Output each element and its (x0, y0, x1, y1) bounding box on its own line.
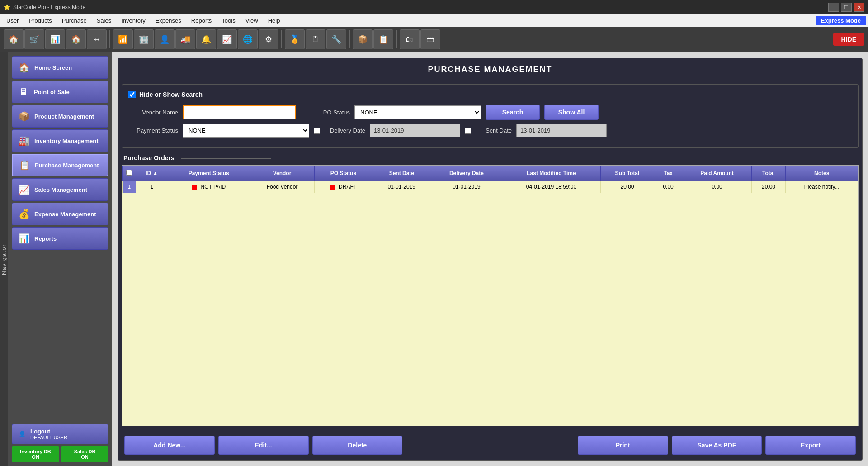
select-all-checkbox[interactable] (126, 170, 132, 176)
db-status: Inventory DB ON Sales DB ON (12, 446, 108, 462)
col-paid-amount[interactable]: Paid Amount (683, 166, 751, 181)
save-as-pdf-button[interactable]: Save As PDF (672, 436, 762, 455)
toolbar-folder1[interactable]: 🗂 (400, 29, 420, 49)
col-sub-total[interactable]: Sub Total (601, 166, 654, 181)
logout-info: Logout DEFAULT USER (30, 428, 67, 440)
toolbar-wrench[interactable]: 🔧 (326, 29, 346, 49)
title-bar-controls[interactable]: — ☐ ✕ (828, 3, 864, 12)
menu-user[interactable]: User (2, 16, 23, 25)
menu-expenses[interactable]: Expenses (151, 16, 186, 25)
sent-date-input[interactable] (516, 124, 607, 137)
home-screen-icon: 🏠 (19, 62, 30, 73)
search-row2: Payment Status NONE PAID NOT PAID PARTIA… (128, 124, 852, 138)
inventory-db-badge[interactable]: Inventory DB ON (12, 446, 59, 462)
row-po-status: DRAFT (315, 181, 372, 193)
export-button[interactable]: Export (765, 436, 856, 455)
menu-view[interactable]: View (241, 16, 263, 25)
panel-title: PURCHASE MANAGEMENT (118, 58, 862, 81)
toolbar-cart[interactable]: 🛒 (24, 29, 44, 49)
menu-sales[interactable]: Sales (92, 16, 116, 25)
search-toggle-checkbox[interactable] (128, 91, 136, 98)
menu-help[interactable]: Help (264, 16, 285, 25)
toolbar-grid[interactable]: 📊 (45, 29, 65, 49)
table-header-row: ID ▲ Payment Status Vendor PO Status Sen… (123, 166, 858, 181)
minimize-button[interactable]: — (828, 3, 839, 12)
sidebar-item-reports[interactable]: 📊 Reports (12, 227, 108, 250)
bottom-bar: Add New... Edit... Delete Print Save As … (118, 430, 862, 460)
toolbar-globe[interactable]: 🌐 (238, 29, 258, 49)
logout-button[interactable]: 👤 Logout DEFAULT USER (12, 424, 108, 444)
sent-date-checkbox[interactable] (465, 128, 471, 134)
toolbar-chart[interactable]: 📶 (113, 29, 133, 49)
sidebar-item-purchase-management[interactable]: 📋 Purchase Management (12, 154, 108, 176)
add-new-button[interactable]: Add New... (124, 436, 215, 455)
sidebar-item-label: Reports (34, 235, 57, 242)
menu-tools[interactable]: Tools (217, 16, 240, 25)
vendor-name-input[interactable] (183, 105, 296, 119)
app-title: StarCode Pro - Express Mode (13, 4, 85, 10)
toolbar-truck[interactable]: 🚚 (175, 29, 195, 49)
row-sub-total: 20.00 (601, 181, 654, 193)
vendor-name-label: Vendor Name (128, 109, 178, 116)
toolbar-gear[interactable]: ⚙ (259, 29, 278, 49)
col-payment-status[interactable]: Payment Status (168, 166, 250, 181)
toolbar-box[interactable]: 📦 (353, 29, 373, 49)
sidebar-item-sales-management[interactable]: 📈 Sales Management (12, 178, 108, 201)
col-delivery-date[interactable]: Delivery Date (431, 166, 502, 181)
print-button[interactable]: Print (578, 436, 668, 455)
toolbar-sep2 (281, 30, 282, 48)
toolbar: 🏠 🛒 📊 🏠 ↔ 📶 🏢 👤 🚚 🔔 📈 🌐 ⚙ 🏅 🗒 🔧 📦 📋 🗂 🗃 … (0, 27, 868, 52)
toolbar-medal[interactable]: 🏅 (285, 29, 305, 49)
toolbar-user[interactable]: 👤 (155, 29, 175, 49)
col-vendor[interactable]: Vendor (250, 166, 315, 181)
toolbar-bell[interactable]: 🔔 (196, 29, 216, 49)
sidebar-item-product-management[interactable]: 📦 Product Management (12, 105, 108, 128)
search-header-line (210, 95, 852, 95)
sidebar-item-home-screen[interactable]: 🏠 Home Screen (12, 56, 108, 79)
po-status-select[interactable]: NONE DRAFT SENT RECEIVED CANCELLED (354, 105, 481, 119)
sidebar-item-point-of-sale[interactable]: 🖥 Point of Sale (12, 81, 108, 103)
menu-inventory[interactable]: Inventory (117, 16, 150, 25)
search-button[interactable]: Search (486, 105, 540, 120)
col-sent-date[interactable]: Sent Date (372, 166, 431, 181)
sidebar-item-expense-management[interactable]: 💰 Expense Management (12, 203, 108, 225)
purchase-icon: 📋 (19, 160, 30, 171)
col-tax[interactable]: Tax (654, 166, 683, 181)
toolbar-graph[interactable]: 📈 (217, 29, 237, 49)
payment-status-select[interactable]: NONE PAID NOT PAID PARTIAL (183, 124, 309, 138)
menu-purchase[interactable]: Purchase (57, 16, 91, 25)
maximize-button[interactable]: ☐ (841, 3, 852, 12)
col-notes[interactable]: Notes (786, 166, 858, 181)
menu-products[interactable]: Products (24, 16, 56, 25)
delivery-date-checkbox[interactable] (314, 128, 320, 134)
toolbar-home[interactable]: 🏠 (4, 29, 24, 49)
sales-db-badge[interactable]: Sales DB ON (61, 446, 108, 462)
toolbar-notepad[interactable]: 🗒 (306, 29, 326, 49)
toolbar-org[interactable]: 🏢 (134, 29, 154, 49)
expense-icon: 💰 (19, 209, 30, 219)
logout-icon: 👤 (19, 431, 26, 437)
col-id[interactable]: ID ▲ (136, 166, 168, 181)
search-header: Hide or Show Search (128, 91, 852, 98)
col-total[interactable]: Total (751, 166, 786, 181)
title-bar: ⭐ StarCode Pro - Express Mode — ☐ ✕ (0, 0, 868, 14)
toolbar-folder2[interactable]: 🗃 (420, 29, 440, 49)
toolbar-house[interactable]: 🏠 (66, 29, 86, 49)
table-wrapper[interactable]: ID ▲ Payment Status Vendor PO Status Sen… (122, 165, 859, 426)
toolbar-clipboard[interactable]: 📋 (373, 29, 393, 49)
menu-reports[interactable]: Reports (187, 16, 217, 25)
delivery-date-input[interactable] (370, 124, 460, 137)
table-head: ID ▲ Payment Status Vendor PO Status Sen… (123, 166, 858, 181)
row-payment-status: NOT PAID (168, 181, 250, 193)
col-po-status[interactable]: PO Status (315, 166, 372, 181)
logout-label: Logout (30, 428, 67, 435)
delete-button[interactable]: Delete (312, 436, 403, 455)
hide-button[interactable]: HIDE (833, 33, 864, 46)
sidebar-item-inventory-management[interactable]: 🏭 Inventory Management (12, 129, 108, 152)
close-button[interactable]: ✕ (854, 3, 864, 12)
show-all-button[interactable]: Show All (544, 105, 599, 120)
table-row[interactable]: 1 1 NOT PAID Food Vendor DRAFT (123, 181, 858, 193)
toolbar-arrows[interactable]: ↔ (87, 29, 107, 49)
edit-button[interactable]: Edit... (218, 436, 309, 455)
col-last-modified[interactable]: Last Modified Time (502, 166, 601, 181)
